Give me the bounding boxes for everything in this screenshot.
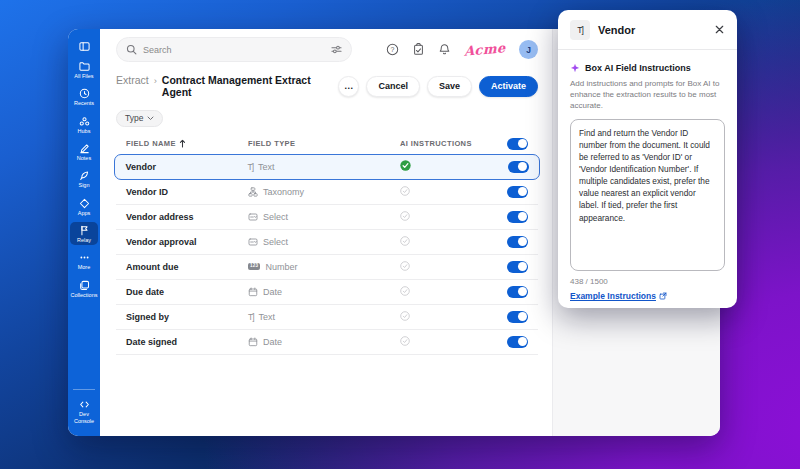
instructions-textarea[interactable]: Find and return the Vendor ID number fro… xyxy=(570,119,725,271)
sidebar-item-relay[interactable]: Relay xyxy=(70,222,98,245)
taxonomy-field-icon xyxy=(248,187,258,197)
fields-table: FIELD NAME FIELD TYPE AI INSTRUCTIONS Ve… xyxy=(100,132,552,355)
svg-text:?: ? xyxy=(391,46,395,53)
sidebar-item-sign[interactable]: Sign xyxy=(70,167,98,190)
column-field-name-label: FIELD NAME xyxy=(126,139,176,148)
column-field-name[interactable]: FIELD NAME xyxy=(126,139,248,148)
field-enabled-toggle[interactable] xyxy=(507,286,528,298)
table-row[interactable]: Amount due 123Number xyxy=(116,255,538,280)
table-row[interactable]: Vendor approval Select xyxy=(116,230,538,255)
ai-section-header: Box AI Field Instructions xyxy=(570,63,725,73)
sidebar-item-apps[interactable]: Apps xyxy=(70,195,98,218)
ai-instructions-empty-icon xyxy=(400,186,410,198)
more-options-button[interactable]: ... xyxy=(338,76,359,97)
notifications-bell-icon[interactable] xyxy=(438,43,451,56)
clock-icon xyxy=(79,88,90,99)
field-name: Vendor approval xyxy=(126,237,248,247)
field-name: Date signed xyxy=(126,337,248,347)
sidebar-item-nav-collapse[interactable] xyxy=(70,38,98,54)
search-input[interactable]: Search xyxy=(116,37,352,62)
column-field-type[interactable]: FIELD TYPE xyxy=(248,139,400,148)
field-name: Vendor ID xyxy=(126,187,248,197)
toolbar-actions: ... Cancel Save Activate xyxy=(338,76,538,97)
panel-header: T] Vendor xyxy=(558,10,737,50)
ai-section-description: Add instructions and prompts for Box AI … xyxy=(570,79,725,111)
app-sidebar: All FilesRecentsHubsNotesSignAppsRelayMo… xyxy=(68,29,100,436)
number-field-icon: 123 xyxy=(248,263,260,271)
breadcrumb-extract-link[interactable]: Extract xyxy=(116,74,149,86)
sidebar-item-more[interactable]: More xyxy=(70,249,98,272)
sidebar-divider xyxy=(73,389,95,390)
sidebar-item-label: Relay xyxy=(77,237,91,243)
table-row[interactable]: Signed by T]Text xyxy=(116,305,538,330)
field-enabled-toggle[interactable] xyxy=(507,261,528,273)
sidebar-item-dev-console[interactable]: Dev Console xyxy=(70,396,98,426)
select-field-icon xyxy=(248,212,258,222)
cancel-button[interactable]: Cancel xyxy=(366,76,420,97)
field-enabled-toggle[interactable] xyxy=(507,186,528,198)
panel-title: Vendor xyxy=(598,24,635,36)
activate-button[interactable]: Activate xyxy=(479,76,538,97)
field-type: Taxonomy xyxy=(263,187,304,197)
field-enabled-toggle[interactable] xyxy=(507,311,528,323)
type-filter-chip[interactable]: Type xyxy=(116,110,163,127)
field-enabled-toggle[interactable] xyxy=(507,236,528,248)
sort-ascending-icon xyxy=(179,139,186,148)
sidebar-item-label: Dev Console xyxy=(70,411,98,424)
ai-instructions-added-icon xyxy=(400,160,411,173)
ai-instructions-empty-icon xyxy=(400,311,410,323)
sidebar-item-hubs[interactable]: Hubs xyxy=(70,113,98,136)
example-instructions-link[interactable]: Example Instructions xyxy=(570,291,667,301)
all-fields-toggle[interactable] xyxy=(507,138,528,150)
text-field-icon: T] xyxy=(248,312,254,322)
field-instructions-panel: T] Vendor Box AI Field Instructions Add … xyxy=(558,10,737,308)
ai-instructions-empty-icon xyxy=(400,286,410,298)
sign-icon xyxy=(79,170,90,181)
field-type: Date xyxy=(263,287,282,297)
ai-section-title: Box AI Field Instructions xyxy=(585,63,691,73)
character-count: 438 / 1500 xyxy=(570,277,725,286)
field-enabled-toggle[interactable] xyxy=(507,211,528,223)
sidebar-bottom: Dev Console xyxy=(68,382,100,428)
table-row[interactable]: Due date Date xyxy=(116,280,538,305)
sidebar-item-notes[interactable]: Notes xyxy=(70,140,98,163)
date-field-icon xyxy=(248,337,258,347)
field-name: Signed by xyxy=(126,312,248,322)
close-icon[interactable] xyxy=(714,24,725,35)
table-row[interactable]: Vendor ID Taxonomy xyxy=(116,180,538,205)
sidebar-nav: All FilesRecentsHubsNotesSignAppsRelayMo… xyxy=(68,36,100,302)
folder-icon xyxy=(79,61,90,72)
acme-brand-logo: Acme xyxy=(464,40,506,59)
sidebar-item-recents[interactable]: Recents xyxy=(70,85,98,108)
filter-sliders-icon[interactable] xyxy=(331,44,342,55)
field-enabled-toggle[interactable] xyxy=(507,336,528,348)
desktop-background: All FilesRecentsHubsNotesSignAppsRelayMo… xyxy=(0,0,800,469)
field-name: Due date xyxy=(126,287,248,297)
field-name: Vendor xyxy=(126,162,248,172)
help-icon[interactable]: ? xyxy=(386,43,399,56)
table-row[interactable]: Vendor address Select xyxy=(116,205,538,230)
field-type: Text xyxy=(258,162,275,172)
field-name: Vendor address xyxy=(126,212,248,222)
page-title: Contract Management Extract Agent xyxy=(162,74,339,98)
chevron-down-icon xyxy=(147,116,154,121)
select-field-icon xyxy=(248,237,258,247)
user-avatar[interactable]: J xyxy=(519,40,538,59)
relay-flag-icon xyxy=(79,225,90,236)
breadcrumb: Extract › Contract Management Extract Ag… xyxy=(116,74,338,98)
text-field-type-icon: T] xyxy=(570,20,590,40)
tasks-clipboard-icon[interactable] xyxy=(412,43,425,56)
sidebar-item-all-files[interactable]: All Files xyxy=(70,58,98,81)
column-ai-instructions[interactable]: AI INSTRUCTIONS xyxy=(400,139,494,148)
table-row[interactable]: Vendor T]Text xyxy=(114,154,540,180)
field-enabled-toggle[interactable] xyxy=(508,161,529,173)
panel-body: Box AI Field Instructions Add instructio… xyxy=(558,50,737,308)
save-button[interactable]: Save xyxy=(427,76,472,97)
sidebar-item-label: Collections xyxy=(71,292,98,298)
sidebar-item-collections[interactable]: Collections xyxy=(70,277,98,300)
table-row[interactable]: Date signed Date xyxy=(116,330,538,355)
field-type: Select xyxy=(263,237,288,247)
field-type: Number xyxy=(265,262,297,272)
apps-icon xyxy=(79,198,90,209)
search-icon xyxy=(126,44,137,55)
